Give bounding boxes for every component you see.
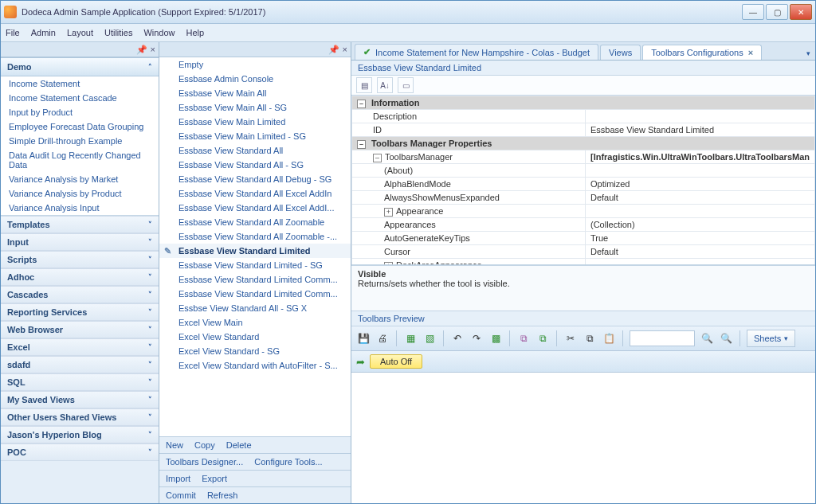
sidebar-category[interactable]: Jason's Hyperion Blog˅ bbox=[1, 426, 159, 443]
print-icon[interactable]: 🖨 bbox=[375, 331, 390, 346]
copy-button[interactable]: Copy bbox=[194, 440, 215, 450]
menu-file[interactable]: File bbox=[6, 28, 20, 37]
go-icon[interactable]: ➦ bbox=[356, 356, 365, 368]
tabs-menu-icon[interactable]: ▾ bbox=[806, 49, 810, 57]
paste-icon[interactable]: 📋 bbox=[602, 331, 616, 346]
menu-window[interactable]: Window bbox=[143, 28, 175, 37]
close-button[interactable]: ✕ bbox=[790, 4, 812, 20]
sidebar-item[interactable]: Variance Analysis Input bbox=[1, 201, 159, 215]
sidebar-item[interactable]: Income Statement bbox=[1, 76, 159, 91]
preview-title: Toolbars Preview bbox=[351, 311, 815, 326]
sidebar-item[interactable]: Input by Product bbox=[1, 105, 159, 119]
configure-tools-button[interactable]: Configure Tools... bbox=[254, 457, 322, 467]
menu-admin[interactable]: Admin bbox=[31, 28, 56, 37]
tab-income-statement[interactable]: ✔ Income Statement for New Hampshire - C… bbox=[355, 44, 598, 60]
nav-close-icon[interactable]: × bbox=[151, 45, 155, 54]
list-item[interactable]: Essbase View Standard Limited bbox=[159, 244, 351, 258]
sidebar-category[interactable]: Excel˅ bbox=[1, 338, 159, 356]
list-item[interactable]: Essbase View Standard All Excel AddI... bbox=[159, 201, 351, 215]
list-item[interactable]: Essbase View Standard All bbox=[159, 143, 351, 158]
commit-button[interactable]: Commit bbox=[166, 490, 196, 500]
list-item[interactable]: Excel View Standard bbox=[159, 330, 351, 344]
list-item[interactable]: Essbase Admin Console bbox=[159, 72, 351, 86]
new-button[interactable]: New bbox=[166, 440, 183, 450]
tab-close-icon[interactable]: × bbox=[748, 48, 753, 57]
list-item[interactable]: Essbase View Standard Limited - SG bbox=[159, 258, 351, 272]
sidebar-category[interactable]: Scripts˅ bbox=[1, 251, 159, 268]
list-item[interactable]: Essbase View Standard All Debug - SG bbox=[159, 172, 351, 186]
copy-sheet-icon[interactable]: ⧉ bbox=[516, 331, 531, 346]
sidebar-category[interactable]: Adhoc˅ bbox=[1, 268, 159, 286]
tab-label: Views bbox=[609, 48, 632, 57]
list-item[interactable]: Essbase View Main Limited bbox=[159, 115, 351, 129]
center-pin-icon[interactable]: 📌 bbox=[328, 45, 339, 55]
cut-icon[interactable]: ✂ bbox=[563, 331, 578, 346]
delete-button[interactable]: Delete bbox=[226, 440, 252, 450]
sort-az-icon[interactable]: A↓ bbox=[377, 77, 393, 93]
menu-help[interactable]: Help bbox=[186, 28, 205, 37]
sidebar-category[interactable]: Templates˅ bbox=[1, 216, 159, 233]
list-item[interactable]: Essbase View Standard All Excel AddIn bbox=[159, 186, 351, 201]
minimize-button[interactable]: — bbox=[742, 4, 764, 20]
undo-icon[interactable]: ↶ bbox=[450, 331, 465, 346]
sidebar-category[interactable]: Other Users Shared Views˅ bbox=[1, 408, 159, 426]
sidebar-category[interactable]: Cascades˅ bbox=[1, 286, 159, 303]
categorize-icon[interactable]: ▤ bbox=[356, 77, 372, 93]
list-item[interactable]: Essbase View Standard All - SG bbox=[159, 158, 351, 172]
tab-views[interactable]: Views bbox=[600, 45, 641, 60]
list-item[interactable]: Excel View Main bbox=[159, 315, 351, 330]
sheets-dropdown[interactable]: Sheets ▾ bbox=[747, 330, 795, 347]
toolbars-designer-button[interactable]: Toolbars Designer... bbox=[166, 457, 243, 467]
sidebar-item[interactable]: Employee Forecast Data Grouping bbox=[1, 119, 159, 134]
sidebar-item[interactable]: Data Audit Log Recently Changed Data bbox=[1, 148, 159, 172]
refresh-button[interactable]: Refresh bbox=[207, 490, 238, 500]
tab-toolbars-configurations[interactable]: Toolbars Configurations × bbox=[642, 45, 762, 60]
zoom-combo[interactable] bbox=[630, 330, 695, 346]
menu-layout[interactable]: Layout bbox=[67, 28, 93, 37]
auto-off-button[interactable]: Auto Off bbox=[370, 354, 422, 369]
sidebar-category[interactable]: Reporting Services˅ bbox=[1, 303, 159, 321]
import-button[interactable]: Import bbox=[166, 474, 190, 483]
sidebar-item[interactable]: Variance Analysis by Market bbox=[1, 172, 159, 186]
paste-sheet-icon[interactable]: ⧉ bbox=[536, 331, 550, 346]
help-title: Visible bbox=[358, 269, 809, 279]
sidebar-item[interactable]: Variance Analysis by Product bbox=[1, 186, 159, 201]
list-item[interactable]: Essbase View Main Limited - SG bbox=[159, 129, 351, 143]
menu-utilities[interactable]: Utilities bbox=[104, 28, 132, 37]
excel-open-icon[interactable]: ▧ bbox=[422, 331, 437, 346]
center-close-icon[interactable]: × bbox=[343, 45, 347, 54]
list-item[interactable]: Empty bbox=[159, 57, 351, 72]
sidebar-category[interactable]: SQL˅ bbox=[1, 373, 159, 391]
menubar: File Admin Layout Utilities Window Help bbox=[1, 24, 815, 42]
sidebar-category[interactable]: Web Browser˅ bbox=[1, 321, 159, 338]
zoom-in-icon[interactable]: 🔍 bbox=[700, 331, 714, 346]
save-icon[interactable]: 💾 bbox=[356, 331, 371, 346]
property-grid[interactable]: – InformationDescriptionIDEssbase View S… bbox=[351, 96, 815, 265]
redo-icon[interactable]: ↷ bbox=[469, 331, 484, 346]
sidebar-item[interactable]: Income Statement Cascade bbox=[1, 91, 159, 105]
copy-icon[interactable]: ⧉ bbox=[583, 331, 597, 346]
sidebar-category[interactable]: sdafd˅ bbox=[1, 356, 159, 373]
list-item[interactable]: Essbase View Standard All Zoomable -... bbox=[159, 229, 351, 244]
list-item[interactable]: Essbase View Standard Limited Comm... bbox=[159, 287, 351, 301]
sidebar-category[interactable]: POC˅ bbox=[1, 443, 159, 461]
list-item[interactable]: Essbase View Main All - SG bbox=[159, 100, 351, 115]
sidebar-category[interactable]: My Saved Views˅ bbox=[1, 391, 159, 408]
export-button[interactable]: Export bbox=[202, 474, 227, 483]
sidebar-category[interactable]: Input˅ bbox=[1, 233, 159, 251]
nav-header-demo[interactable]: Demo ˄ bbox=[1, 57, 159, 76]
sidebar-item[interactable]: Simple Drill-through Example bbox=[1, 134, 159, 148]
list-item[interactable]: Essbase View Main All bbox=[159, 86, 351, 100]
list-item[interactable]: Essbase View Standard All Zoomable bbox=[159, 215, 351, 229]
list-item[interactable]: Essbse View Standard All - SG X bbox=[159, 301, 351, 315]
excel-icon[interactable]: ▩ bbox=[488, 331, 503, 346]
zoom-out-icon[interactable]: 🔍 bbox=[719, 331, 733, 346]
list-item[interactable]: Essbase View Standard Limited Comm... bbox=[159, 272, 351, 287]
list-item[interactable]: Excel View Standard with AutoFilter - S.… bbox=[159, 358, 351, 373]
maximize-button[interactable]: ▢ bbox=[766, 4, 788, 20]
propertygrid-toolbar: ▤ A↓ ▭ bbox=[351, 76, 815, 96]
excel-export-icon[interactable]: ▦ bbox=[403, 331, 418, 346]
propertypages-icon[interactable]: ▭ bbox=[398, 77, 414, 93]
list-item[interactable]: Excel View Standard - SG bbox=[159, 344, 351, 358]
pin-icon[interactable]: 📌 bbox=[136, 45, 147, 55]
